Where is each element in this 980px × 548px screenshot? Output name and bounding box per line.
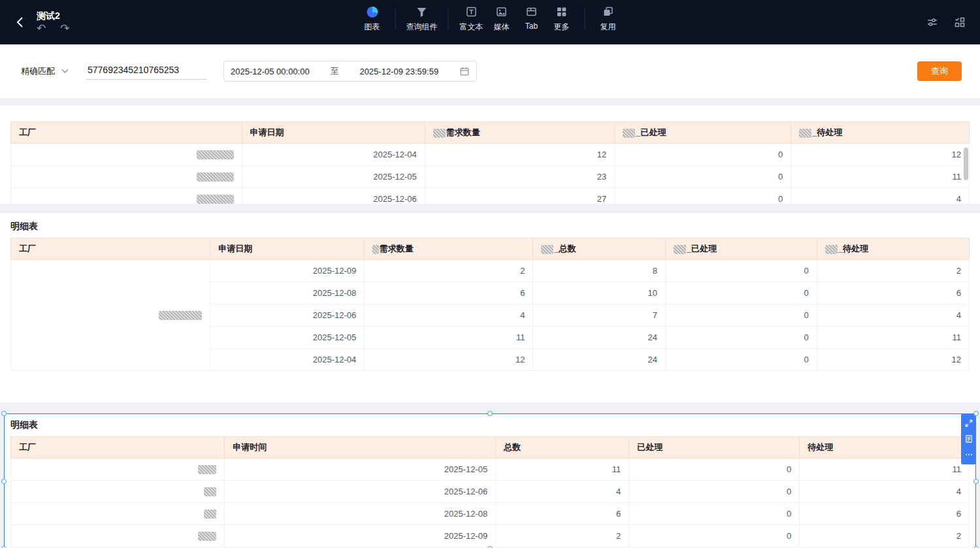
scrollbar-thumb[interactable] — [964, 148, 968, 180]
table-cell: 2 — [817, 260, 969, 282]
summary-table: 工厂申请日期▓▓需求数量▓▓_已处理▓▓_待处理▓▓▓▓▓▓2025-12-04… — [10, 121, 970, 204]
detail-table-1-panel: 明细表 工厂申请日期▓需求数量▓▓_总数▓▓_已处理▓▓_待处理▓▓▓▓▓▓▓2… — [0, 213, 980, 402]
selection-handle[interactable] — [1, 479, 7, 484]
component-manager-button[interactable] — [954, 16, 966, 28]
detail-config-button[interactable] — [961, 431, 976, 447]
table-cell: ▓▓▓ — [11, 459, 225, 481]
more-actions-button[interactable] — [961, 447, 976, 462]
date-range-picker[interactable]: 2025-12-05 00:00:00 至 2025-12-09 23:59:5… — [223, 61, 477, 82]
selection-handle[interactable] — [487, 411, 493, 416]
back-button[interactable] — [14, 16, 26, 29]
table-row: ▓▓▓2025-12-09202 — [11, 525, 970, 547]
toolbar-divider — [395, 8, 396, 29]
column-header: 总数 — [496, 437, 629, 459]
column-header: ▓▓_已处理 — [615, 122, 791, 144]
toolbar-divider — [585, 8, 585, 29]
redo-icon[interactable]: ↷ — [60, 23, 69, 35]
table-cell: 2025-12-04 — [242, 144, 425, 166]
redacted-text: ▓▓ — [623, 129, 635, 138]
selection-handle[interactable] — [973, 479, 979, 484]
column-header: ▓需求数量 — [365, 238, 533, 260]
column-header: 待处理 — [800, 437, 970, 459]
toolbar-item-more-components[interactable]: 更多 — [547, 6, 577, 33]
toolbar-item-media[interactable]: 媒体 — [487, 6, 517, 33]
undo-icon[interactable]: ↶ — [37, 23, 46, 35]
expand-button[interactable] — [961, 415, 976, 431]
selection-handle[interactable] — [1, 411, 7, 416]
toolbar-item-reuse[interactable]: 复用 — [593, 6, 623, 33]
table-row: ▓▓▓▓▓▓2025-12-062704 — [11, 188, 970, 204]
redacted-text: ▓▓ — [204, 509, 216, 519]
column-header: 申请时间 — [225, 437, 496, 459]
search-button[interactable]: 查询 — [917, 61, 962, 81]
richtext-icon — [466, 6, 478, 18]
table-cell: 4 — [800, 481, 970, 503]
table-cell: 6 — [800, 503, 970, 525]
keyword-input[interactable] — [86, 63, 206, 80]
column-header: ▓▓_总数 — [533, 238, 665, 260]
table-cell: 24 — [533, 349, 665, 371]
table-cell: 2025-12-04 — [210, 349, 365, 371]
redacted-text: ▓▓ — [541, 245, 553, 254]
column-header: 申请日期 — [242, 122, 425, 144]
summary-table-panel: 工厂申请日期▓▓需求数量▓▓_已处理▓▓_待处理▓▓▓▓▓▓2025-12-04… — [0, 106, 980, 204]
table-row: ▓▓2025-12-06404 — [11, 481, 970, 503]
selection-handle[interactable] — [973, 411, 979, 416]
table-cell: ▓▓▓ — [11, 525, 225, 547]
table-cell: 11 — [496, 459, 629, 481]
table-cell: 12 — [817, 349, 969, 371]
date-to-label: 至 — [331, 65, 339, 77]
toolbar-item-richtext[interactable]: 富文本 — [457, 6, 487, 33]
column-header: 已处理 — [629, 437, 800, 459]
table-cell: 11 — [817, 327, 969, 349]
table-cell: 11 — [365, 327, 533, 349]
sliders-icon — [926, 16, 938, 28]
match-mode-select[interactable]: 精确匹配 — [21, 65, 81, 77]
table-cell: 2025-12-05 — [210, 327, 365, 349]
table-cell: ▓▓▓▓▓▓ — [11, 144, 242, 166]
table-cell: 2 — [800, 525, 970, 547]
redacted-text: ▓▓ — [674, 245, 686, 254]
page-settings-button[interactable] — [926, 16, 938, 28]
table-cell: 4 — [791, 188, 970, 204]
table-cell: 0 — [615, 166, 791, 188]
table-row: ▓▓▓▓▓▓▓2025-12-092802 — [11, 260, 970, 282]
redacted-text: ▓▓▓▓▓▓ — [197, 150, 234, 159]
table-cell: 12 — [365, 349, 533, 371]
detail-table-2-panel-selected[interactable]: 明细表 工厂申请时间总数已处理待处理▓▓▓2025-12-0511011▓▓20… — [4, 413, 976, 548]
column-header: ▓▓_已处理 — [665, 238, 817, 260]
toolbar-item-chart[interactable]: 图表 — [357, 6, 387, 33]
table-cell: 0 — [665, 282, 817, 304]
table-cell: 0 — [615, 188, 791, 204]
table-cell: 0 — [665, 260, 817, 282]
expand-icon — [964, 419, 973, 428]
column-header: ▓▓需求数量 — [425, 122, 614, 144]
date-end-value: 2025-12-09 23:59:59 — [359, 67, 438, 76]
redacted-text: ▓▓▓ — [198, 532, 216, 541]
redacted-text: ▓▓ — [204, 487, 216, 496]
column-header: ▓▓_待处理 — [817, 238, 969, 260]
toolbar-item-query[interactable]: 查询组件 — [404, 6, 440, 33]
column-header: 申请日期 — [210, 238, 365, 260]
toolbar-item-tab[interactable]: Tab — [517, 6, 547, 31]
table-row: ▓▓▓▓▓▓2025-12-0412012 — [11, 144, 970, 166]
table-cell: 8 — [533, 260, 665, 282]
chevron-down-icon — [61, 69, 69, 74]
table-cell: 4 — [817, 304, 969, 327]
back-chevron-icon — [14, 16, 26, 29]
table-row: ▓▓▓▓▓▓2025-12-0523011 — [11, 166, 970, 188]
component-toolbar: 图表 查询组件 富文本 媒体 Tab — [357, 6, 623, 33]
panel-title: 明细表 — [10, 221, 970, 233]
tab-icon — [526, 6, 538, 18]
topbar: 测试2 ↶ ↷ 图表 查询组件 富文本 — [0, 0, 980, 44]
table-cell: 4 — [496, 481, 629, 503]
table-cell: 0 — [615, 144, 791, 166]
table-cell: 12 — [425, 144, 614, 166]
table-cell: ▓▓ — [11, 503, 225, 525]
grid-squares-icon — [556, 6, 568, 18]
table-cell: 2025-12-08 — [225, 503, 496, 525]
pie-chart-icon — [367, 6, 378, 18]
table-cell: 2025-12-08 — [210, 282, 365, 304]
table-cell: 11 — [800, 459, 970, 481]
table-cell: 24 — [533, 327, 665, 349]
